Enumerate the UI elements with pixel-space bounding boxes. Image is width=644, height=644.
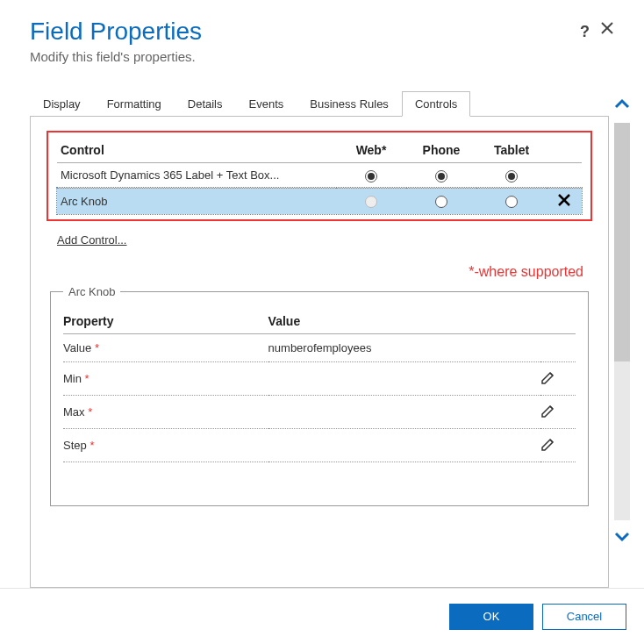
tab-details[interactable]: Details	[175, 91, 236, 117]
radio-phone[interactable]	[435, 170, 447, 182]
col-property: Property	[63, 309, 268, 334]
help-icon[interactable]: ?	[580, 18, 590, 41]
delete-control-icon[interactable]	[547, 188, 582, 214]
property-row: Step *	[63, 428, 576, 462]
col-value: Value	[268, 309, 540, 334]
controls-callout: Control Web* Phone Tablet Microsoft Dyna…	[47, 131, 592, 221]
property-value	[268, 361, 540, 395]
fieldset-legend: Arc Knob	[63, 285, 120, 298]
close-icon[interactable]	[600, 18, 614, 38]
edit-icon[interactable]	[540, 395, 576, 428]
control-name: Microsoft Dynamics 365 Label + Text Box.…	[57, 163, 336, 189]
property-table: Property Value Value * numberofemployees	[63, 309, 576, 462]
property-value: numberofemployees	[268, 333, 540, 361]
radio-tablet[interactable]	[505, 196, 518, 208]
property-name: Max	[63, 405, 85, 419]
scroll-up-icon[interactable]	[613, 90, 631, 121]
edit-icon[interactable]	[540, 428, 576, 462]
add-control-link[interactable]: Add Control...	[57, 233, 127, 247]
required-asterisk: *	[85, 372, 89, 385]
property-value	[268, 428, 540, 462]
property-row: Min *	[63, 361, 576, 395]
edit-icon[interactable]	[540, 361, 576, 395]
property-name: Value	[63, 341, 91, 354]
control-row[interactable]: Microsoft Dynamics 365 Label + Text Box.…	[57, 163, 582, 189]
radio-web	[365, 196, 377, 208]
property-name: Min	[63, 372, 82, 385]
page-title: Field Properties	[30, 18, 580, 46]
cancel-button[interactable]: Cancel	[542, 604, 626, 630]
vertical-scrollbar[interactable]	[609, 73, 635, 588]
radio-tablet[interactable]	[505, 170, 518, 182]
tab-business-rules[interactable]: Business Rules	[297, 91, 402, 117]
scroll-thumb[interactable]	[614, 123, 630, 361]
radio-phone[interactable]	[435, 196, 447, 208]
support-note: *-where supported	[47, 264, 583, 280]
col-tablet: Tablet	[476, 138, 547, 163]
property-row: Max *	[63, 395, 576, 428]
tab-controls[interactable]: Controls	[402, 91, 470, 117]
ok-button[interactable]: OK	[449, 604, 533, 630]
control-name: Arc Knob	[57, 188, 336, 214]
radio-web[interactable]	[365, 170, 377, 182]
scroll-down-icon[interactable]	[613, 522, 631, 553]
control-row[interactable]: Arc Knob	[57, 188, 582, 214]
col-control: Control	[57, 138, 336, 163]
property-name: Step	[63, 439, 87, 452]
scroll-track[interactable]	[614, 123, 630, 520]
tab-events[interactable]: Events	[236, 91, 297, 117]
tabstrip: Display Formatting Details Events Busine…	[30, 90, 609, 117]
tab-formatting[interactable]: Formatting	[94, 91, 175, 117]
property-fieldset: Arc Knob Property Value Value *	[50, 285, 589, 506]
required-asterisk: *	[95, 341, 99, 354]
controls-table: Control Web* Phone Tablet Microsoft Dyna…	[57, 138, 582, 214]
tab-display[interactable]: Display	[30, 91, 94, 117]
page-subtitle: Modify this field's properties.	[30, 49, 614, 64]
property-value	[268, 395, 540, 428]
col-web: Web*	[336, 138, 406, 163]
required-asterisk: *	[88, 405, 92, 419]
property-row: Value * numberofemployees	[63, 333, 576, 361]
col-phone: Phone	[406, 138, 476, 163]
required-asterisk: *	[89, 439, 94, 452]
